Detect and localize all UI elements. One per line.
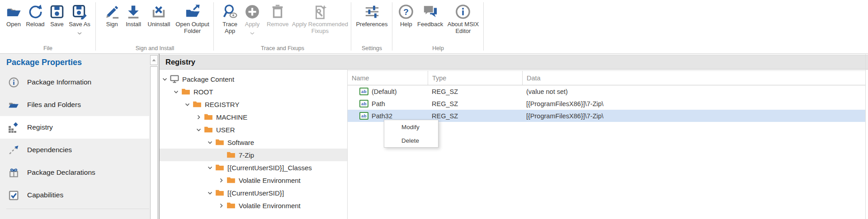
remove-trash-icon (270, 3, 285, 21)
reload-button[interactable]: Reload (24, 3, 47, 28)
context-menu-item-delete[interactable]: Delete (384, 134, 438, 147)
window-right-edge (865, 54, 866, 219)
tree-item-label: [{CurrentUserSID}] (227, 189, 284, 197)
tree-item-7zip[interactable]: 7-Zip (160, 149, 347, 161)
value-name: Path (372, 100, 385, 107)
uninstall-x-icon (151, 3, 166, 21)
chevron-down-icon[interactable] (207, 191, 213, 196)
tree-item-label: Software (227, 139, 254, 146)
dependencies-arrow-icon (8, 144, 19, 156)
button-label: Open (6, 21, 21, 28)
table-row[interactable]: ab Path REG_SZ [{ProgramFilesX86}]\7-Zip… (348, 98, 866, 110)
sidebar-scrollbar[interactable] (149, 54, 159, 219)
apply-plus-icon (245, 3, 260, 21)
sidebar-item-files-and-folders[interactable]: Files and Folders (0, 93, 149, 116)
save-button[interactable]: Save (47, 3, 67, 28)
chevron-down-icon[interactable] (195, 127, 202, 132)
chevron-right-icon[interactable] (218, 178, 225, 183)
tree-item-volatile-environment[interactable]: Volatile Environment (160, 174, 347, 186)
ribbon-group-label: Trace and Fixups (214, 45, 351, 51)
scrollbar-up-button[interactable] (150, 55, 158, 65)
chevron-down-icon[interactable] (161, 77, 168, 82)
chevron-down-icon[interactable] (184, 102, 191, 107)
install-button[interactable]: Install (122, 3, 145, 28)
remove-button[interactable]: Remove (264, 3, 292, 28)
chevron-down-icon[interactable] (77, 28, 82, 37)
sidebar-divider (6, 209, 149, 209)
table-header-row: Name Type Data (348, 70, 866, 85)
help-button[interactable]: ? Help (397, 3, 415, 28)
help-question-icon: ? (398, 3, 414, 21)
trace-app-button[interactable]: Trace App (219, 3, 241, 35)
ribbon-group-settings: Preferences Settings (351, 0, 392, 53)
column-header-type[interactable]: Type (428, 71, 522, 85)
column-header-data[interactable]: Data (522, 71, 866, 85)
tree-item-package-content[interactable]: Package Content (160, 73, 347, 85)
tree-item-label: Package Content (182, 75, 234, 83)
sidebar-item-capabilities[interactable]: Capabilities (0, 184, 149, 206)
value-type: REG_SZ (428, 100, 522, 107)
apply-recommended-fixups-button[interactable]: Apply Recommended Fixups (292, 3, 349, 35)
tree-item-software[interactable]: Software (160, 136, 347, 149)
column-header-name[interactable]: Name (348, 71, 428, 85)
open-folder-icon (6, 3, 21, 21)
button-label: Save (50, 21, 64, 28)
open-button[interactable]: Open (4, 3, 24, 28)
folder-icon (226, 151, 236, 158)
ribbon-group-help: ? Help Feedback About MSIX Editor Help (392, 0, 484, 53)
about-msix-editor-button[interactable]: About MSIX Editor (445, 3, 481, 35)
sidebar-item-dependencies[interactable]: Dependencies (0, 139, 149, 161)
feedback-bubble-icon (423, 3, 438, 21)
sidebar-item-package-information[interactable]: Package Information (0, 71, 149, 93)
apply-button[interactable]: Apply (241, 3, 264, 37)
registry-tree: Package Content ROOT REGISTRY MACHINE US… (160, 69, 347, 219)
tree-item-root[interactable]: ROOT (160, 85, 347, 98)
save-as-button[interactable]: Save As (67, 3, 92, 37)
uninstall-button[interactable]: Uninstall (145, 3, 173, 28)
sidebar-item-label: Registry (27, 123, 53, 131)
ribbon-group-label: Help (392, 45, 484, 51)
preferences-button[interactable]: Preferences (355, 3, 389, 28)
folder-icon (204, 126, 213, 133)
sign-button[interactable]: Sign (102, 3, 122, 28)
tree-item-machine[interactable]: MACHINE (160, 111, 347, 123)
folder-icon (204, 113, 213, 121)
sidebar-title: Package Properties (0, 54, 149, 67)
string-value-icon: ab (359, 112, 368, 120)
chevron-down-icon[interactable] (173, 89, 179, 94)
button-label: Preferences (356, 21, 387, 28)
table-row[interactable]: ab (Default) REG_SZ (value not set) (348, 85, 866, 98)
chevron-down-icon[interactable] (207, 165, 213, 170)
scrollbar-thumb[interactable] (150, 66, 158, 219)
package-properties-sidebar: Package Properties Package Information F… (0, 54, 149, 219)
chevron-right-icon[interactable] (195, 115, 202, 120)
ribbon-group-label: File (0, 45, 96, 51)
folder-icon (215, 139, 224, 146)
chevron-down-icon[interactable] (207, 140, 213, 145)
button-label: Help (400, 21, 412, 28)
feedback-button[interactable]: Feedback (415, 3, 445, 28)
chevron-down-icon[interactable] (250, 28, 255, 37)
tree-item-currentusersid-classes[interactable]: [{CurrentUserSID}]_Classes (160, 161, 347, 174)
tree-item-currentusersid[interactable]: [{CurrentUserSID}] (160, 186, 347, 199)
sidebar-item-registry[interactable]: Registry (0, 116, 149, 139)
value-data: [{ProgramFilesX86}]\7-Zip\ (522, 100, 866, 107)
tree-item-registry[interactable]: REGISTRY (160, 98, 347, 111)
sidebar-item-label: Package Declarations (27, 168, 95, 177)
button-label: Feedback (417, 21, 443, 28)
triangle-up-icon (152, 59, 156, 61)
tree-item-label: REGISTRY (205, 101, 239, 108)
chevron-right-icon[interactable] (218, 203, 225, 208)
save-icon (49, 3, 65, 21)
tree-item-volatile-environment[interactable]: Volatile Environment (160, 199, 347, 212)
tree-item-label: MACHINE (216, 113, 247, 121)
open-output-folder-button[interactable]: Open Output Folder (173, 3, 212, 35)
value-data: (value not set) (522, 88, 866, 95)
tree-item-user[interactable]: USER (160, 123, 347, 136)
button-label: Remove (267, 21, 288, 28)
folder-icon (215, 189, 224, 196)
value-name: (Default) (372, 88, 397, 95)
context-menu-item-modify[interactable]: Modify (384, 120, 438, 134)
sidebar-item-package-declarations[interactable]: Package Declarations (0, 161, 149, 184)
value-name: Path32 (372, 112, 392, 120)
